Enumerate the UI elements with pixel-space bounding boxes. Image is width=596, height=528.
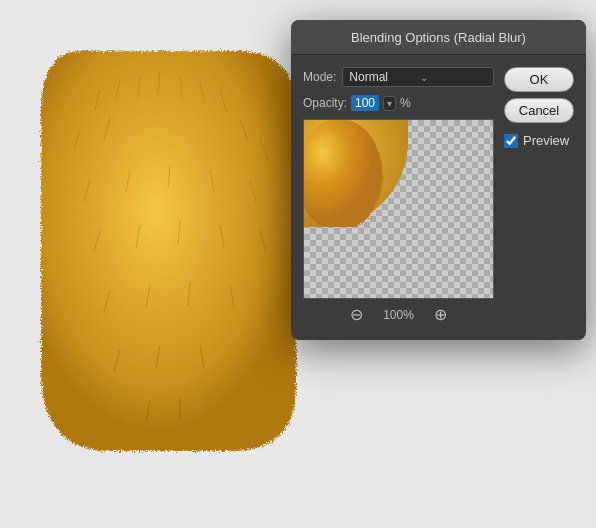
- opacity-row: Opacity: 100 ▾ %: [303, 95, 494, 111]
- blending-options-dialog: Blending Options (Radial Blur) Mode: Nor…: [291, 20, 586, 340]
- preview-label: Preview: [523, 133, 569, 148]
- mode-value: Normal: [349, 70, 416, 84]
- preview-fur: [304, 120, 408, 227]
- zoom-level: 100%: [383, 308, 414, 322]
- dialog-controls: Mode: Normal ⌄ Opacity: 100 ▾ %: [303, 67, 494, 328]
- mode-chevron-icon: ⌄: [420, 72, 487, 83]
- dialog-title: Blending Options (Radial Blur): [351, 30, 526, 45]
- preview-canvas: [303, 119, 494, 299]
- ok-button[interactable]: OK: [504, 67, 574, 92]
- cancel-button[interactable]: Cancel: [504, 98, 574, 123]
- dialog-body: Mode: Normal ⌄ Opacity: 100 ▾ %: [291, 55, 586, 340]
- dialog-titlebar: Blending Options (Radial Blur): [291, 20, 586, 55]
- mode-dropdown[interactable]: Normal ⌄: [342, 67, 494, 87]
- preview-checkbox[interactable]: [504, 134, 518, 148]
- opacity-dropdown[interactable]: ▾: [383, 96, 396, 111]
- svg-point-30: [304, 120, 382, 227]
- mode-label: Mode:: [303, 70, 336, 84]
- opacity-value[interactable]: 100: [351, 95, 379, 111]
- fur-blob: [20, 30, 315, 470]
- preview-toggle-row: Preview: [504, 133, 574, 148]
- opacity-label: Opacity:: [303, 96, 347, 110]
- opacity-unit: %: [400, 96, 411, 110]
- zoom-out-icon[interactable]: ⊖: [350, 305, 363, 324]
- mode-row: Mode: Normal ⌄: [303, 67, 494, 87]
- zoom-controls: ⊖ 100% ⊕: [303, 299, 494, 328]
- zoom-in-icon[interactable]: ⊕: [434, 305, 447, 324]
- dialog-actions: OK Cancel Preview: [504, 67, 574, 328]
